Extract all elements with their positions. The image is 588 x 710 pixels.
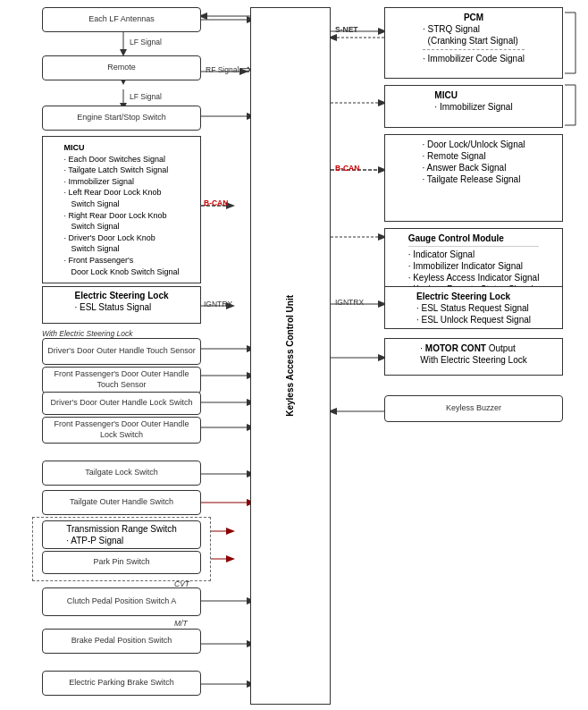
pcm-line1b: (Cranking Start Signal) <box>423 35 525 46</box>
door-lock-line1: · Door Lock/Unlock Signal <box>422 139 525 150</box>
micu-line4b: Switch Signal <box>63 199 179 210</box>
micu-right-line1: · Immobilizer Signal <box>434 101 512 113</box>
engine-switch-box: Engine Start/Stop Switch <box>42 106 201 131</box>
pcm-divider <box>423 49 525 50</box>
gcm-line2: · Immobilizer Indicator Signal <box>408 260 540 272</box>
motor-cont-box: · MOTOR CONT Output With Electric Steeri… <box>384 338 563 376</box>
drivers-touch-box: Driver's Door Outer Handle Touch Sensor <box>42 338 201 365</box>
micu-line6b: Switch Signal <box>63 243 179 255</box>
door-lock-line4: · Tailgate Release Signal <box>422 173 525 185</box>
pcm-line1: · STRQ Signal <box>423 23 525 35</box>
buzzer-label: Keyless Buzzer <box>446 403 501 414</box>
micu-line7: · Front Passenger's <box>63 255 179 266</box>
epb-label: Electric Parking Brake Switch <box>69 678 174 689</box>
door-lock-content: · Door Lock/Unlock Signal · Remote Signa… <box>422 139 525 185</box>
lf-antennas-box: Each LF Antennas <box>42 7 201 32</box>
tailgate-outer-label: Tailgate Outer Handle Switch <box>70 497 173 508</box>
trans-range-content: Transmission Range Switch · ATP-P Signal <box>66 523 177 546</box>
kacu-box: Keyless Access Control Unit <box>250 7 331 705</box>
remote-label: Remote <box>107 63 136 73</box>
b-can-left-label: B-CAN <box>204 199 228 207</box>
esl-right-title: Electric Steering Lock <box>416 291 531 302</box>
esl-right-box: Electric Steering Lock · ESL Status Requ… <box>384 286 563 329</box>
igntrx-right-label: IGNTRX <box>335 298 364 307</box>
micu-line4: · Left Rear Door Lock Knob <box>63 187 179 199</box>
pcm-box: PCM · STRQ Signal (Cranking Start Signal… <box>384 7 563 79</box>
gcm-title: Gauge Control Module <box>408 232 540 244</box>
esl-with-label: With Electric Steering Lock <box>42 329 133 338</box>
front-pass-lock-label: Front Passenger's Door Outer Handle Lock… <box>46 419 197 440</box>
lf-signal-1-label: LF Signal <box>130 38 162 46</box>
micu-line6: · Driver's Door Lock Knob <box>63 232 179 244</box>
motor-cont-line1: · MOTOR CONT Output <box>420 342 527 354</box>
door-lock-box: · Door Lock/Unlock Signal · Remote Signa… <box>384 134 563 222</box>
lf-signal-2-label: LF Signal <box>130 92 162 101</box>
micu-inputs-title: MICU <box>63 142 179 154</box>
igntrx-left-label: IGNTRX <box>204 300 232 309</box>
door-lock-line3: · Answer Back Signal <box>422 162 525 173</box>
svg-marker-31 <box>226 528 235 535</box>
pcm-line2: · Immobilizer Code Signal <box>423 53 525 64</box>
tailgate-lock-box: Tailgate Lock Switch <box>42 461 201 486</box>
esl-left-title: Electric Steering Lock <box>74 290 168 301</box>
remote-box: Remote <box>42 55 201 80</box>
tailgate-lock-label: Tailgate Lock Switch <box>85 468 158 478</box>
buzzer-box: Keyless Buzzer <box>384 395 563 422</box>
kacu-label: Keyless Access Control Unit <box>284 295 297 417</box>
esl-right-content: Electric Steering Lock · ESL Status Requ… <box>416 291 531 325</box>
micu-line2: · Tailgate Latch Switch Signal <box>63 165 179 176</box>
front-pass-touch-label: Front Passenger's Door Outer Handle Touc… <box>46 369 197 390</box>
micu-inputs-box: MICU · Each Door Switches Signal · Tailg… <box>42 136 201 283</box>
micu-line5b: Switch Signal <box>63 221 179 232</box>
brake-pedal-box: Brake Pedal Position Switch <box>42 629 201 654</box>
drivers-touch-label: Driver's Door Outer Handle Touch Sensor <box>47 346 196 357</box>
lf-antennas-label: Each LF Antennas <box>88 14 155 25</box>
trans-range-signal: · ATP-P Signal <box>66 535 177 546</box>
front-pass-lock-box: Front Passenger's Door Outer Handle Lock… <box>42 417 201 444</box>
motor-cont-content: · MOTOR CONT Output With Electric Steeri… <box>420 342 527 366</box>
pcm-title: PCM <box>423 12 525 23</box>
b-can-right-label: B-CAN <box>335 164 359 173</box>
drivers-lock-box: Driver's Door Outer Handle Lock Switch <box>42 392 201 415</box>
park-pin-box: Park Pin Switch <box>42 551 201 574</box>
epb-box: Electric Parking Brake Switch <box>42 671 201 696</box>
diagram: Each LF Antennas LF Signal Remote RF Sig… <box>0 0 588 710</box>
gcm-line1: · Indicator Signal <box>408 249 540 260</box>
brake-pedal-label: Brake Pedal Position Switch <box>71 636 172 647</box>
micu-line3: · Immobilizer Signal <box>63 176 179 188</box>
tailgate-outer-box: Tailgate Outer Handle Switch <box>42 490 201 515</box>
micu-line5: · Right Rear Door Lock Knob <box>63 210 179 222</box>
gcm-divider <box>408 246 540 247</box>
drivers-lock-label: Driver's Door Outer Handle Lock Switch <box>51 398 193 409</box>
pcm-content: PCM · STRQ Signal (Cranking Start Signal… <box>423 12 525 64</box>
trans-range-title: Transmission Range Switch <box>66 523 177 535</box>
rf-signal-label: RF Signal <box>206 65 239 74</box>
esl-right-line2: · ESL Unlock Request Signal <box>416 314 531 325</box>
mt-label: M/T <box>174 619 188 628</box>
engine-switch-label: Engine Start/Stop Switch <box>77 113 166 123</box>
esl-right-line1: · ESL Status Request Signal <box>416 302 531 314</box>
micu-right-box: MICU · Immobilizer Signal <box>384 85 563 128</box>
svg-marker-33 <box>226 555 235 562</box>
micu-line7b: Door Lock Knob Switch Signal <box>63 266 179 278</box>
micu-right-title: MICU <box>434 89 512 101</box>
s-net-label: S-NET <box>335 25 358 34</box>
esl-left-signal: · ESL Status Signal <box>74 301 168 313</box>
trans-range-box: Transmission Range Switch · ATP-P Signal <box>42 520 201 549</box>
micu-right-content: MICU · Immobilizer Signal <box>434 89 512 113</box>
micu-line1: · Each Door Switches Signal <box>63 154 179 165</box>
door-lock-line2: · Remote Signal <box>422 150 525 162</box>
motor-cont-line2: With Electric Steering Lock <box>420 354 527 366</box>
clutch-pedal-box: Clutch Pedal Position Switch A <box>42 587 201 616</box>
esl-left-box: Electric Steering Lock · ESL Status Sign… <box>42 286 201 324</box>
esl-left-content: Electric Steering Lock · ESL Status Sign… <box>74 290 168 313</box>
micu-inputs-content: MICU · Each Door Switches Signal · Tailg… <box>60 140 182 279</box>
gcm-line3: · Keyless Access Indicator Signal <box>408 272 540 283</box>
park-pin-label: Park Pin Switch <box>93 557 149 568</box>
clutch-pedal-label: Clutch Pedal Position Switch A <box>67 596 177 607</box>
front-pass-touch-box: Front Passenger's Door Outer Handle Touc… <box>42 367 201 393</box>
